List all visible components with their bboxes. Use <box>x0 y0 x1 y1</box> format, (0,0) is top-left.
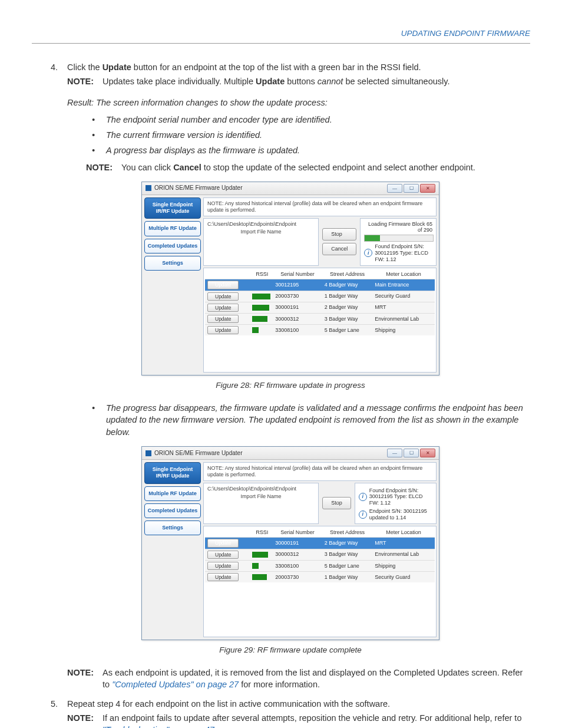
rssi-bar <box>252 563 259 569</box>
t: Update <box>256 77 285 86</box>
step-5: 5. Repeat step 4 for each endpoint on th… <box>51 698 530 710</box>
completed-note: NOTE: As each endpoint is updated, it is… <box>67 667 530 691</box>
note-text: You can click Cancel to stop the update … <box>121 162 530 173</box>
table-row[interactable]: Update300003123 Badger WayEnvironmental … <box>205 313 435 324</box>
street-address: 3 Badger Way <box>322 313 372 324</box>
step-4-note2: NOTE: You can click Cancel to stop the u… <box>86 162 530 173</box>
info-icon: i <box>359 510 367 519</box>
sidebar-completed-updates[interactable]: Completed Updates <box>144 503 201 518</box>
maximize-button[interactable]: ☐ <box>404 449 419 457</box>
update-button[interactable]: Update <box>207 551 239 559</box>
note-label: NOTE: <box>67 712 103 728</box>
import-file-label: Import File Name <box>207 229 315 235</box>
completed-updates-link[interactable]: "Completed Updates" on page 27 <box>112 680 239 689</box>
sidebar-multiple-rf[interactable]: Multiple RF Update <box>144 221 201 236</box>
note-text: Updates take place individually. Multipl… <box>103 75 530 87</box>
update-button[interactable]: Update <box>207 326 239 334</box>
minimize-button[interactable]: — <box>387 449 402 457</box>
close-button[interactable]: ✕ <box>420 449 435 457</box>
rssi-bar <box>252 305 269 311</box>
table-row[interactable]: Update300001912 Badger WayMRT <box>205 538 435 549</box>
file-path: C:\Users\Desktop\Endpoints\Endpoint <box>207 486 315 492</box>
t: cannot <box>318 77 343 86</box>
minimize-button[interactable]: — <box>387 184 402 193</box>
meter-location: Shipping <box>372 560 435 571</box>
step-5-note: NOTE: If an endpoint fails to update aft… <box>67 712 530 728</box>
rssi-bar <box>252 316 267 322</box>
meter-location: MRT <box>372 538 435 549</box>
table-row[interactable]: Update300003123 Badger WayEnvironmental … <box>205 549 435 560</box>
meter-location: Security Guard <box>372 291 435 302</box>
step-4-bullets: The endpoint serial number and encoder t… <box>92 114 530 157</box>
sidebar-completed-updates[interactable]: Completed Updates <box>144 239 201 253</box>
step-4-result: Result: The screen information changes t… <box>67 97 530 108</box>
serial-number: 30000312 <box>273 313 322 324</box>
table-row[interactable]: Update200037301 Badger WaySecurity Guard <box>205 291 435 302</box>
street-address: 5 Badger Lane <box>322 325 372 336</box>
update-button[interactable]: Update <box>207 562 239 570</box>
meter-location: Environmental Lab <box>372 313 435 324</box>
t: buttons <box>285 77 318 86</box>
note-label: NOTE: <box>67 75 103 87</box>
sidebar-single-endpoint[interactable]: Single Endpoint IR/RF Update <box>144 197 201 219</box>
serial-number: 30000312 <box>273 549 322 560</box>
table-row[interactable]: Update330081005 Badger LaneShipping <box>205 325 435 336</box>
sidebar-single-endpoint[interactable]: Single Endpoint IR/RF Update <box>144 462 201 484</box>
col-update <box>205 269 251 279</box>
street-address: 3 Badger Way <box>322 549 372 560</box>
update-button[interactable]: Update <box>207 539 239 547</box>
table-row[interactable]: Update330081005 Badger LaneShipping <box>205 560 435 571</box>
meter-location: MRT <box>372 302 435 313</box>
bullet: The endpoint serial number and encoder t… <box>92 114 530 126</box>
step-4: 4. Click the Update button for an endpoi… <box>51 61 530 73</box>
update-button[interactable]: Update <box>207 281 239 289</box>
troubleshooting-link[interactable]: "Troubleshooting" on page 47 <box>103 725 214 728</box>
street-address: 4 Badger Way <box>322 279 372 291</box>
note-panel: NOTE: Any stored historical interval (pr… <box>203 197 437 216</box>
meter-location: Security Guard <box>372 572 435 583</box>
t: If an endpoint fails to update after sev… <box>103 713 521 723</box>
rssi-bar <box>252 327 259 333</box>
figure-29-caption: Figure 29: RF firmware update complete <box>51 645 530 656</box>
update-button[interactable]: Update <box>207 315 239 323</box>
stop-button[interactable]: Stop <box>322 228 356 241</box>
stop-button[interactable]: Stop <box>322 497 351 509</box>
figure-29-screenshot: ORION SE/ME Firmware Updater — ☐ ✕ Singl… <box>141 446 439 640</box>
serial-number: 33008100 <box>273 560 322 571</box>
found-endpoint-status: Found Endpoint S/N: 30012195 Type: ELCD … <box>369 487 432 506</box>
col-serial: Serial Number <box>273 528 322 538</box>
sidebar: Single Endpoint IR/RF Update Multiple RF… <box>144 462 201 637</box>
figure-28-caption: Figure 28: RF firmware update in progres… <box>51 380 530 391</box>
window-titlebar: ORION SE/ME Firmware Updater — ☐ ✕ <box>142 182 439 195</box>
maximize-button[interactable]: ☐ <box>404 184 419 193</box>
file-path: C:\Users\Desktop\Endpoints\Endpoint <box>207 221 315 228</box>
cancel-button[interactable]: Cancel <box>322 243 356 255</box>
table-row[interactable]: Update200037301 Badger WaySecurity Guard <box>205 572 435 583</box>
sidebar-settings[interactable]: Settings <box>144 521 201 535</box>
post-fig28-bullets: The progress bar disappears, the firmwar… <box>92 402 530 438</box>
section-header: UPDATING ENDPOINT FIRMWARE <box>32 28 530 44</box>
table-row[interactable]: Update300121954 Badger WayMain Entrance <box>205 279 435 291</box>
rssi-bar <box>252 552 268 558</box>
update-button[interactable]: Update <box>207 292 239 301</box>
update-button[interactable]: Update <box>207 304 239 312</box>
step-text: Repeat step 4 for each endpoint on the l… <box>67 698 530 710</box>
sidebar-multiple-rf[interactable]: Multiple RF Update <box>144 486 201 501</box>
col-serial: Serial Number <box>273 269 322 279</box>
serial-number: 33008100 <box>273 325 322 336</box>
window-title: ORION SE/ME Firmware Updater <box>154 450 386 457</box>
note-panel: NOTE: Any stored historical interval (pr… <box>203 462 437 481</box>
note-text: As each endpoint is updated, it is remov… <box>103 667 530 691</box>
update-button[interactable]: Update <box>207 573 239 581</box>
col-update <box>205 528 251 538</box>
import-file-label: Import File Name <box>207 493 315 500</box>
t: to stop the update of the selected endpo… <box>201 163 475 172</box>
step-number: 4. <box>51 61 67 73</box>
endpoint-table: RSSI Serial Number Street Address Meter … <box>205 528 435 583</box>
table-row[interactable]: Update300001912 Badger WayMRT <box>205 302 435 313</box>
close-button[interactable]: ✕ <box>420 184 435 193</box>
sidebar: Single Endpoint IR/RF Update Multiple RF… <box>144 197 201 373</box>
meter-location: Shipping <box>372 325 435 336</box>
sidebar-settings[interactable]: Settings <box>144 256 201 271</box>
progress-bar <box>364 235 434 242</box>
